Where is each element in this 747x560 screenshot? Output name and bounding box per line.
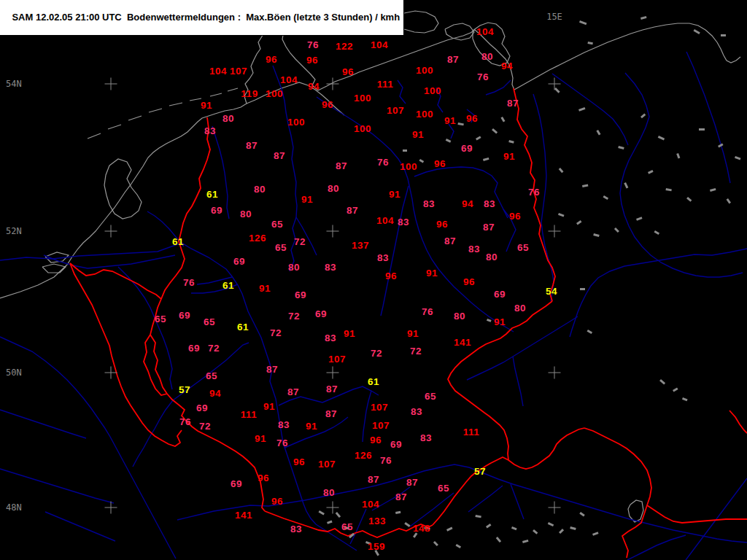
wind-gust-value: 87 <box>406 477 418 488</box>
wind-gust-value: 69 <box>315 308 327 319</box>
graticule-label-lon: 15E <box>546 12 562 22</box>
wind-gust-value: 83 <box>398 217 409 228</box>
graticule-label-lat: 48N <box>6 502 22 513</box>
wind-gust-value: 83 <box>484 198 495 209</box>
wind-gust-value: 83 <box>411 406 422 417</box>
wind-gust-value: 100 <box>400 161 417 172</box>
graticule-cross <box>549 78 561 90</box>
wind-gust-value: 96 <box>342 66 354 77</box>
graticule-label-lat: 52N <box>6 226 22 236</box>
wind-gust-value: 96 <box>463 276 475 287</box>
wind-gust-value: 87 <box>507 98 519 109</box>
wind-gust-value: 104 <box>371 39 388 50</box>
wind-gust-value: 61 <box>237 322 249 332</box>
wind-gust-value: 83 <box>420 432 432 443</box>
wind-gust-value: 76 <box>276 438 288 448</box>
wind-gust-value: 87 <box>274 150 285 161</box>
wind-gust-value: 83 <box>423 198 435 209</box>
wind-gust-value: 96 <box>370 435 382 446</box>
wind-gust-value: 69 <box>211 205 222 216</box>
wind-gust-value: 122 <box>336 41 353 52</box>
wind-gust-value: 159 <box>368 541 385 552</box>
wind-gust-value: 87 <box>483 222 495 233</box>
wind-gust-value: 72 <box>288 311 300 322</box>
wind-gust-value: 83 <box>290 524 302 534</box>
wind-gust-value: 76 <box>183 277 195 288</box>
wind-gust-value: 100 <box>416 65 433 76</box>
wind-gust-value: 94 <box>308 81 320 92</box>
wind-gust-value: 141 <box>235 510 252 521</box>
wind-gust-value: 96 <box>385 271 397 281</box>
wind-gust-value: 80 <box>288 262 300 273</box>
wind-gust-value: 72 <box>270 327 282 338</box>
wind-gust-value: 104 <box>476 26 494 37</box>
wind-gust-value: 76 <box>528 187 540 198</box>
wind-gust-value: 91 <box>407 328 419 339</box>
wind-gust-value: 87 <box>444 236 456 246</box>
wind-gust-value: 100 <box>424 85 441 96</box>
wind-gust-value: 100 <box>416 109 433 120</box>
wind-gust-value: 96 <box>466 113 478 124</box>
wind-gust-value: 69 <box>196 402 208 413</box>
wind-gust-value: 91 <box>494 316 506 327</box>
wind-gust-value: 91 <box>426 268 438 279</box>
wind-gust-value: 80 <box>254 184 266 195</box>
wind-gust-value: 148 <box>413 523 430 534</box>
wind-gust-value: 100 <box>354 123 371 134</box>
wind-gust-value: 80 <box>323 487 335 498</box>
wind-gust-value: 96 <box>434 158 446 169</box>
wind-gust-value: 69 <box>231 478 242 489</box>
wind-gust-value: 76 <box>307 39 319 50</box>
wind-gust-value: 100 <box>354 93 371 104</box>
graticule-cross <box>327 367 339 379</box>
wind-gust-value: 96 <box>271 496 283 507</box>
wind-gust-value: 76 <box>422 306 433 317</box>
wind-gust-value: 87 <box>325 408 337 419</box>
wind-gust-value: 61 <box>206 189 218 200</box>
wind-gust-value: 87 <box>326 384 338 394</box>
wind-gust-value: 94 <box>501 61 513 71</box>
wind-gust-value: 133 <box>368 516 386 526</box>
wind-gust-value: 80 <box>481 51 493 62</box>
wind-gust-value: 65 <box>275 242 287 253</box>
wind-gust-value: 69 <box>233 256 245 267</box>
wind-gust-value: 72 <box>294 236 306 247</box>
wind-gust-value: 91 <box>389 189 400 200</box>
wind-gust-value: 87 <box>395 491 407 502</box>
wind-gust-value: 65 <box>271 219 283 230</box>
graticule-cross <box>549 502 561 514</box>
wind-gust-value: 96 <box>266 54 277 65</box>
wind-gust-value: 69 <box>461 143 473 154</box>
wind-gust-value: 96 <box>509 211 521 222</box>
wind-gust-value: 111 <box>463 427 480 438</box>
graticule-cross <box>105 367 117 379</box>
graticule-cross <box>327 225 339 238</box>
wind-gust-value: 65 <box>438 483 449 494</box>
wind-gust-value: 107 <box>387 105 404 116</box>
wind-gust-value: 96 <box>258 472 269 483</box>
wind-gust-value: 83 <box>468 244 480 254</box>
wind-gust-value: 107 <box>371 402 388 413</box>
wind-gust-value: 65 <box>204 316 215 327</box>
wind-gust-value: 91 <box>503 151 515 162</box>
map-title: SAM 12.02.05 21:00 UTC Bodenwettermeldun… <box>12 12 400 23</box>
graticule-cross <box>105 225 117 238</box>
wind-gust-value: 94 <box>462 198 473 209</box>
wind-gust-value: 65 <box>425 391 436 402</box>
wind-gust-value: 104 <box>376 215 394 226</box>
title-bar: SAM 12.02.05 21:00 UTC Bodenwettermeldun… <box>0 0 404 36</box>
wind-gust-value: 104 <box>209 66 227 77</box>
wind-gust-value: 61 <box>368 376 379 387</box>
wind-gust-value: 80 <box>222 113 234 124</box>
wind-gust-value: 119 <box>241 88 258 99</box>
wind-gust-value: 69 <box>390 439 402 450</box>
wind-gust-value: 96 <box>436 219 448 230</box>
wind-gust-value: 80 <box>486 252 498 262</box>
wind-gust-value: 94 <box>209 388 221 399</box>
graticule-cross <box>549 225 561 238</box>
wind-gust-value: 83 <box>377 252 389 263</box>
wind-gust-value: 69 <box>494 289 506 300</box>
wind-gust-value: 91 <box>344 328 355 339</box>
wind-gust-value: 61 <box>172 236 184 247</box>
wind-gust-value: 91 <box>412 129 424 140</box>
